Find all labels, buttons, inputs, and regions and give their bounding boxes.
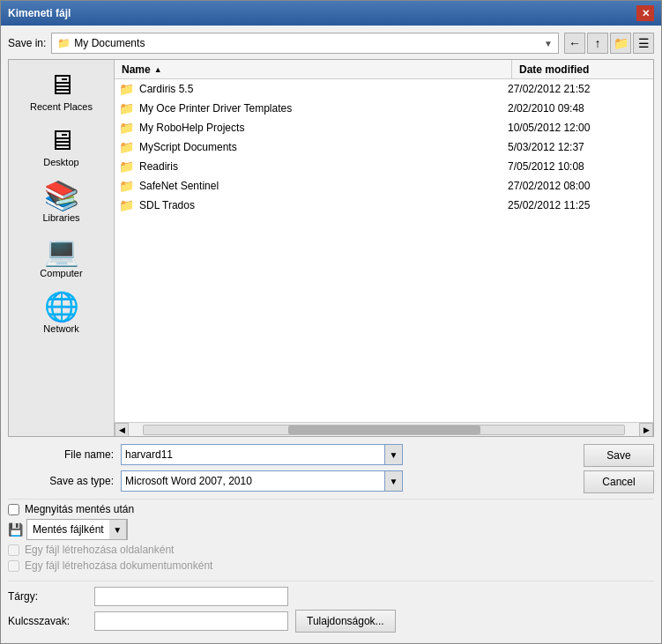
window-title: Kimeneti fájl xyxy=(8,7,71,19)
col-date-header[interactable]: Date modified xyxy=(512,60,653,78)
subject-row: Tárgy: xyxy=(8,587,654,606)
sidebar-item-desktop[interactable]: 🖥 Desktop xyxy=(12,122,110,171)
file-name-label: File name: xyxy=(8,448,114,461)
checkbox-one-file-per-doc[interactable] xyxy=(8,560,19,572)
list-item[interactable]: 📁 MyScript Documents 5/03/2012 12:37 xyxy=(115,137,653,157)
save-in-label: Save in: xyxy=(8,37,46,49)
toolbar-buttons: ← ↑ 📁 ☰ xyxy=(564,33,654,54)
main-area: 🖥 Recent Places 🖥 Desktop 📚 Libraries 💻 … xyxy=(8,59,654,437)
dialog-content: Save in: 📁 My Documents ▼ ← ↑ 📁 ☰ xyxy=(1,26,661,643)
scroll-left-btn[interactable]: ◀ xyxy=(115,423,129,437)
folder-icon: 📁 xyxy=(119,140,134,154)
horizontal-scrollbar[interactable] xyxy=(143,425,625,435)
col-name-header[interactable]: Name ▲ xyxy=(115,60,512,78)
file-list-header: Name ▲ Date modified xyxy=(115,60,653,79)
up-button[interactable]: ↑ xyxy=(587,33,608,54)
dropdown-arrow[interactable]: ▼ xyxy=(109,519,127,540)
file-item-name: SDL Trados xyxy=(139,199,508,211)
checkbox-open-after-save[interactable] xyxy=(8,504,19,515)
network-icon: 🌐 xyxy=(44,292,79,321)
sidebar-label-desktop: Desktop xyxy=(43,157,78,167)
scrollbar-thumb xyxy=(288,426,480,434)
list-item[interactable]: 📁 SafeNet Sentinel 27/02/2012 08:00 xyxy=(115,176,653,196)
scroll-right-btn[interactable]: ▶ xyxy=(639,423,653,437)
new-folder-icon: 📁 xyxy=(614,36,629,50)
file-item-date: 25/02/2012 11:25 xyxy=(508,199,649,211)
sidebar-item-computer[interactable]: 💻 Computer xyxy=(12,233,110,282)
file-name-arrow[interactable]: ▼ xyxy=(385,444,403,465)
checkbox-one-file-per-doc-label: Egy fájl létrehozása dokumentumonként xyxy=(25,559,212,572)
file-item-name: Readiris xyxy=(139,160,508,173)
folder-icon: 📁 xyxy=(57,37,71,49)
save-in-bar: Save in: 📁 My Documents ▼ ← ↑ 📁 ☰ xyxy=(8,33,654,54)
sidebar-label-network: Network xyxy=(43,323,78,334)
dropdown-save-icon: 💾 xyxy=(8,522,23,537)
checkbox-row-1: Megnyitás mentés után xyxy=(8,503,654,515)
folder-icon: 📁 xyxy=(119,159,134,174)
col-date-label: Date modified xyxy=(519,63,589,76)
list-item[interactable]: 📁 Cardiris 5.5 27/02/2012 21:52 xyxy=(115,79,653,99)
save-type-row: Save as type: ▼ xyxy=(8,470,569,492)
form-rows-left: File name: ▼ Save as type: ▼ xyxy=(8,444,569,493)
list-item[interactable]: 📁 Readiris 7/05/2012 10:08 xyxy=(115,157,653,176)
view-icon: ☰ xyxy=(638,36,650,50)
sidebar-item-recent-places[interactable]: 🖥 Recent Places xyxy=(12,67,110,115)
properties-section: Tárgy: Kulcsszavak: Tulajdonságok... xyxy=(8,581,654,633)
keywords-input[interactable] xyxy=(94,611,288,631)
up-icon: ↑ xyxy=(595,36,601,50)
save-type-label: Save as type: xyxy=(8,475,114,487)
libraries-icon: 📚 xyxy=(44,181,79,210)
file-item-date: 2/02/2010 09:48 xyxy=(508,102,649,115)
file-list-area: Name ▲ Date modified 📁 Cardiris 5.5 27/0… xyxy=(115,60,653,436)
cancel-button[interactable]: Cancel xyxy=(584,470,654,493)
file-item-date: 27/02/2012 21:52 xyxy=(508,83,649,95)
save-button[interactable]: Save xyxy=(584,444,654,467)
file-name-input[interactable] xyxy=(121,444,385,465)
sidebar: 🖥 Recent Places 🖥 Desktop 📚 Libraries 💻 … xyxy=(9,60,115,436)
folder-icon: 📁 xyxy=(119,101,134,115)
col-name-label: Name xyxy=(122,63,151,76)
file-list[interactable]: 📁 Cardiris 5.5 27/02/2012 21:52 📁 My Oce… xyxy=(115,79,653,422)
folder-icon: 📁 xyxy=(119,179,134,193)
file-item-date: 5/03/2012 12:37 xyxy=(508,141,649,153)
list-item[interactable]: 📁 SDL Trados 25/02/2012 11:25 xyxy=(115,196,653,215)
save-type-input[interactable] xyxy=(121,470,385,492)
close-button[interactable]: ✕ xyxy=(636,5,654,21)
dialog-window: Kimeneti fájl ✕ Save in: 📁 My Documents … xyxy=(0,0,662,644)
save-in-value: My Documents xyxy=(74,37,540,49)
titlebar: Kimeneti fájl ✕ xyxy=(1,1,661,26)
file-item-name: My RoboHelp Projects xyxy=(139,122,508,134)
back-icon: ← xyxy=(569,36,581,50)
back-button[interactable]: ← xyxy=(564,33,585,54)
list-item[interactable]: 📁 My RoboHelp Projects 10/05/2012 12:00 xyxy=(115,118,653,137)
subject-input[interactable] xyxy=(94,587,288,606)
save-in-combo[interactable]: 📁 My Documents ▼ xyxy=(51,33,559,54)
computer-icon: 💻 xyxy=(44,237,79,265)
desktop-icon: 🖥 xyxy=(48,126,76,154)
properties-button[interactable]: Tulajdonságok... xyxy=(295,610,396,633)
save-type-arrow[interactable]: ▼ xyxy=(385,470,403,492)
sidebar-label-libraries: Libraries xyxy=(42,212,79,223)
dropdown-row: 💾 Mentés fájlként ▼ xyxy=(8,519,654,540)
new-folder-button[interactable]: 📁 xyxy=(610,33,631,54)
keywords-label: Kulcsszavak: xyxy=(8,615,87,627)
list-item[interactable]: 📁 My Oce Printer Driver Templates 2/02/2… xyxy=(115,99,653,118)
view-button[interactable]: ☰ xyxy=(633,33,654,54)
file-item-date: 7/05/2012 10:08 xyxy=(508,160,649,173)
form-buttons: Save Cancel xyxy=(584,444,654,493)
sidebar-item-libraries[interactable]: 📚 Libraries xyxy=(12,178,110,226)
file-item-date: 27/02/2012 08:00 xyxy=(508,180,649,192)
sidebar-label-recent-places: Recent Places xyxy=(30,101,93,112)
file-item-date: 10/05/2012 12:00 xyxy=(508,122,649,134)
file-item-name: MyScript Documents xyxy=(139,141,508,153)
folder-icon: 📁 xyxy=(119,121,134,135)
file-item-name: Cardiris 5.5 xyxy=(139,83,508,95)
file-name-combo: ▼ xyxy=(121,444,403,465)
sidebar-item-network[interactable]: 🌐 Network xyxy=(12,289,110,337)
file-item-name: SafeNet Sentinel xyxy=(139,180,508,192)
checkbox-one-file-per-page[interactable] xyxy=(8,544,19,556)
options-section: Megnyitás mentés után 💾 Mentés fájlként … xyxy=(8,499,654,575)
folder-icon: 📁 xyxy=(119,198,134,212)
bottom-form: File name: ▼ Save as type: ▼ xyxy=(8,437,654,636)
file-name-row: File name: ▼ xyxy=(8,444,569,465)
